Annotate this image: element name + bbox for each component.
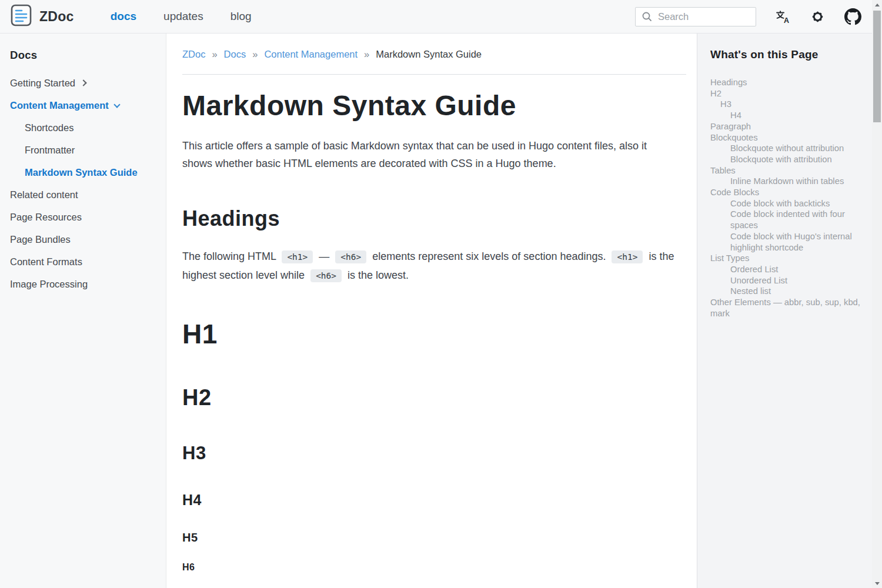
sidebar-item-frontmatter[interactable]: Frontmatter [10, 139, 156, 161]
inline-code: <h6> [335, 250, 366, 263]
left-sidebar: Docs Getting StartedContent ManagementSh… [0, 34, 166, 588]
sidebar-item-page-resources[interactable]: Page Resources [10, 206, 156, 228]
page-scrollbar[interactable] [872, 0, 882, 588]
sidebar-item-label: Content Formats [10, 256, 82, 268]
sidebar-item-image-processing[interactable]: Image Processing [10, 273, 156, 295]
breadcrumb-divider [182, 74, 686, 75]
toc-item-tables[interactable]: Tables [710, 165, 861, 176]
sidebar-item-label: Frontmatter [25, 145, 75, 156]
sample-heading-h1: H1 [182, 318, 686, 350]
scrollbar-thumb[interactable] [873, 11, 881, 122]
sample-heading-h4: H4 [182, 491, 686, 509]
sidebar-item-label: Image Processing [10, 279, 88, 290]
translate-icon[interactable]: A [775, 9, 791, 24]
sidebar-item-label: Markdown Syntax Guide [25, 167, 138, 178]
paragraph-text: The following HTML [182, 250, 279, 262]
gear-icon[interactable] [810, 9, 826, 25]
main-content: ZDoc»Docs»Content Management»Markdown Sy… [167, 34, 697, 588]
sidebar-item-shortcodes[interactable]: Shortcodes [10, 116, 156, 139]
sidebar-item-getting-started[interactable]: Getting Started [10, 72, 156, 94]
breadcrumb-separator: » [252, 49, 258, 59]
sidebar-item-markdown-syntax-guide[interactable]: Markdown Syntax Guide [10, 161, 156, 183]
sidebar-item-label: Content Management [10, 100, 109, 111]
breadcrumb-separator: » [364, 49, 369, 59]
breadcrumb-separator: » [212, 49, 217, 59]
toc-item-paragraph[interactable]: Paragraph [710, 121, 861, 132]
toc-panel: What's on this Page HeadingsH2H3H4Paragr… [697, 34, 872, 588]
sample-heading-h3: H3 [182, 442, 686, 464]
paragraph-text: is the lowest. [345, 269, 409, 281]
toc-item-blockquotes[interactable]: Blockquotes [710, 132, 861, 143]
headings-description: The following HTML <h1> — <h6> elements … [182, 248, 686, 285]
article-intro: This article offers a sample of basic Ma… [182, 137, 673, 172]
inline-code: <h1> [282, 250, 313, 263]
sidebar-list: Getting StartedContent ManagementShortco… [10, 72, 156, 295]
sample-heading-h6: H6 [182, 562, 686, 573]
main-nav: docsupdatesblog [111, 10, 252, 23]
sidebar-item-label: Getting Started [10, 78, 75, 89]
toc-item-h4[interactable]: H4 [710, 110, 861, 121]
toc-item-ordered-list[interactable]: Ordered List [710, 264, 861, 275]
toc-item-blockquote-without-attribution[interactable]: Blockquote without attribution [710, 143, 861, 154]
scrollbar-up-arrow[interactable] [872, 0, 882, 9]
toc-item-other-elements-abbr-sub-sup-kbd-mark[interactable]: Other Elements — abbr, sub, sup, kbd, ma… [710, 297, 861, 319]
zdoc-logo-icon [11, 4, 32, 29]
toc-title: What's on this Page [710, 48, 861, 61]
toc-list: HeadingsH2H3H4ParagraphBlockquotesBlockq… [710, 77, 861, 319]
sidebar-item-content-formats[interactable]: Content Formats [10, 250, 156, 273]
page-title: Markdown Syntax Guide [182, 89, 686, 122]
chevron-down-icon [113, 101, 120, 108]
toc-item-unordered-list[interactable]: Unordered List [710, 275, 861, 286]
sample-heading-h2: H2 [182, 385, 686, 412]
toc-item-code-block-with-hugo-s-internal-highlight-shortcode[interactable]: Code block with Hugo's internal highligh… [710, 231, 861, 253]
search-icon [642, 11, 652, 22]
toc-item-code-block-with-backticks[interactable]: Code block with backticks [710, 198, 861, 209]
nav-link-blog[interactable]: blog [230, 10, 252, 23]
header-actions: A [635, 7, 861, 26]
sidebar-item-content-management[interactable]: Content Management [10, 94, 156, 116]
sidebar-item-page-bundles[interactable]: Page Bundles [10, 228, 156, 250]
sidebar-title: Docs [10, 49, 156, 62]
toc-item-inline-markdown-within-tables[interactable]: Inline Markdown within tables [710, 176, 861, 187]
scrollbar-down-arrow[interactable] [872, 579, 882, 588]
heading-samples: H1H2H3H4H5H6 [182, 318, 686, 573]
inline-code: <h1> [612, 250, 643, 263]
breadcrumb: ZDoc»Docs»Content Management»Markdown Sy… [182, 49, 686, 60]
nav-link-updates[interactable]: updates [163, 10, 203, 23]
sidebar-item-label: Page Bundles [10, 234, 71, 245]
toc-item-code-block-indented-with-four-spaces[interactable]: Code block indented with four spaces [710, 209, 861, 230]
sidebar-item-related-content[interactable]: Related content [10, 183, 156, 206]
inline-code: <h6> [310, 269, 342, 282]
breadcrumb-markdown-syntax-guide: Markdown Syntax Guide [376, 49, 482, 59]
breadcrumb-zdoc[interactable]: ZDoc [182, 49, 205, 59]
github-icon[interactable] [844, 8, 861, 25]
section-heading-headings: Headings [182, 206, 686, 231]
svg-text:A: A [784, 16, 789, 24]
paragraph-text: elements represent six levels of section… [369, 250, 609, 262]
toc-item-h2[interactable]: H2 [710, 88, 861, 99]
sidebar-item-label: Page Resources [10, 212, 82, 223]
toc-item-list-types[interactable]: List Types [710, 253, 861, 264]
toc-item-code-blocks[interactable]: Code Blocks [710, 187, 861, 198]
search-box[interactable] [635, 7, 756, 26]
toc-item-blockquote-with-attribution[interactable]: Blockquote with attribution [710, 154, 861, 165]
breadcrumb-docs[interactable]: Docs [224, 49, 246, 59]
toc-item-headings[interactable]: Headings [710, 77, 861, 88]
search-input[interactable] [657, 11, 750, 23]
brand-title: ZDoc [39, 9, 74, 25]
top-navbar: ZDoc docsupdatesblog A [0, 0, 872, 34]
sidebar-item-label: Related content [10, 189, 78, 201]
breadcrumb-content-management[interactable]: Content Management [264, 49, 358, 59]
toc-item-nested-list[interactable]: Nested list [710, 286, 861, 297]
toc-item-h3[interactable]: H3 [710, 99, 861, 110]
sample-heading-h5: H5 [182, 530, 686, 544]
sidebar-item-label: Shortcodes [25, 122, 74, 133]
chevron-right-icon [80, 79, 86, 86]
nav-link-docs[interactable]: docs [111, 10, 136, 23]
brand-wrap[interactable]: ZDoc [11, 4, 74, 29]
paragraph-text: — [316, 250, 332, 262]
